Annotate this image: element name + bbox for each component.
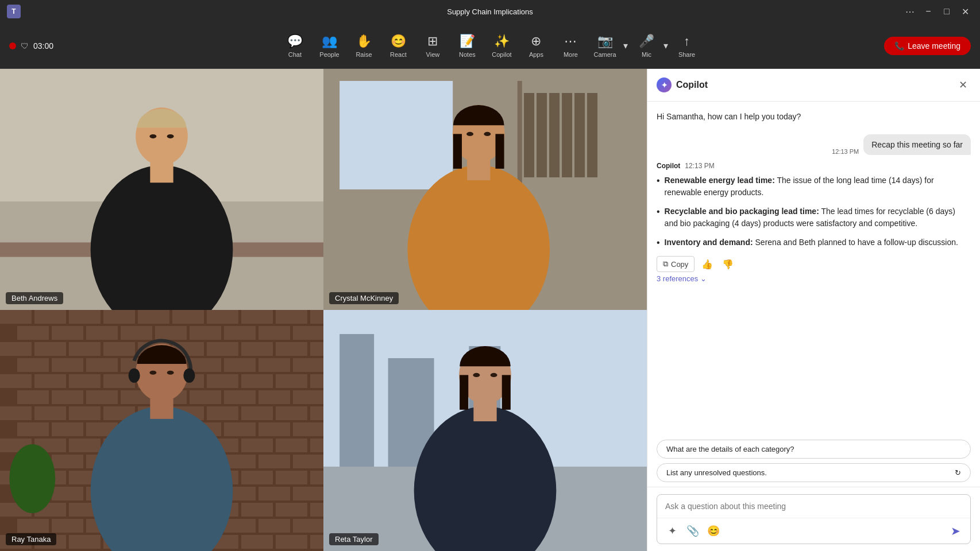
copy-label: Copy [671,260,688,269]
mic-button[interactable]: 🎤 Mic [632,30,661,61]
toolbar-view[interactable]: ⊞ View [416,30,449,61]
camera-dropdown-arrow[interactable]: ▾ [621,37,630,55]
mic-split-btn: 🎤 Mic ▾ [632,30,670,61]
chat-label: Chat [288,51,302,58]
copilot-panel-title: Copilot [676,80,708,90]
window-controls: ⋯ − □ ✕ [902,3,973,20]
copilot-input-area: ✦ 📎 😊 ➤ [647,487,980,551]
title-bar: T Supply Chain Implications ⋯ − □ ✕ [0,0,980,23]
video-feed-reta [323,310,647,551]
copilot-header-left: ✦ Copilot [657,77,708,92]
prompt-chip-2[interactable]: List any unresolved questions. ↻ [657,463,971,482]
leave-meeting-button[interactable]: 📞 Leave meeting [884,37,971,55]
copilot-header: ✦ Copilot ✕ [647,69,980,102]
more-label: More [564,51,578,58]
toolbar: 🛡 03:00 💬 Chat 👥 People ✋ Raise 😊 React … [0,23,980,69]
minimize-button[interactable]: − [920,3,936,20]
raise-label: Raise [356,51,372,58]
video-grid: Beth Andrews Crystal McKinney Ray Tanaka… [0,69,647,551]
response-time: 12:13 PM [685,162,714,170]
copilot-panel: ✦ Copilot ✕ Hi Samantha, how can I help … [647,69,980,551]
suggested-prompts: What are the details of each category? L… [647,435,980,487]
point-3-title: Inventory and demand: [665,238,753,247]
toolbar-more[interactable]: ⋯ More [554,30,587,61]
mic-icon: 🎤 [639,34,654,49]
prompt-1-text: What are the details of each category? [666,445,794,453]
prompt-2-text: List any unresolved questions. [666,468,767,477]
share-split-btn: ↑ Share [673,30,701,61]
name-tag-reta: Reta Taylor [329,533,379,545]
response-list: Renewable energy lead time: The issue of… [657,174,971,249]
shield-icon: 🛡 [21,41,29,51]
people-icon: 👥 [322,34,337,49]
window-title: Supply Chain Implications [447,7,533,16]
toolbar-people[interactable]: 👥 People [313,30,345,61]
record-indicator [9,42,16,49]
thumbup-button[interactable]: 👍 [699,256,715,272]
attach-button[interactable]: 📎 [684,522,702,540]
leave-label: Leave meeting [908,41,960,51]
camera-label: Camera [593,51,616,58]
mic-label: Mic [642,51,651,58]
view-label: View [426,51,440,58]
copilot-close-button[interactable]: ✕ [955,77,971,93]
leave-phone-icon: 📞 [894,41,904,51]
more-icon: ⋯ [564,34,577,49]
response-point-3: Inventory and demand: Serena and Beth pl… [657,236,971,249]
references-count: 3 references [657,274,698,283]
user-message-time: 12:13 PM [832,148,859,155]
toolbar-left: 🛡 03:00 [9,41,53,51]
user-message-container: 12:13 PM Recap this meeting so far [657,134,971,155]
main-area: Beth Andrews Crystal McKinney Ray Tanaka… [0,69,980,551]
copilot-response: Copilot 12:13 PM Renewable energy lead t… [657,162,971,283]
send-button[interactable]: ➤ [946,522,964,540]
toolbar-apps[interactable]: ⊕ Apps [520,30,552,61]
response-actions: ⧉ Copy 👍 👎 [657,256,971,272]
toolbar-notes[interactable]: 📝 Notes [451,30,483,61]
copy-icon: ⧉ [663,259,668,269]
copilot-input[interactable] [657,495,970,518]
video-cell-beth: Beth Andrews [0,69,323,310]
video-feed-crystal [323,69,647,310]
toolbar-chat[interactable]: 💬 Chat [279,30,311,61]
people-label: People [319,51,339,58]
response-point-2: Recyclable and bio packaging lead time: … [657,205,971,230]
mic-dropdown-arrow[interactable]: ▾ [661,37,670,55]
more-options-button[interactable]: ⋯ [902,3,918,20]
input-wrapper: ✦ 📎 😊 ➤ [657,494,971,544]
react-label: React [390,51,407,58]
camera-button[interactable]: 📷 Camera [589,30,620,61]
share-button[interactable]: ↑ Share [673,30,701,61]
input-left-actions: ✦ 📎 😊 [663,522,723,540]
chat-icon: 💬 [287,34,303,49]
point-1-title: Renewable energy lead time: [665,176,775,185]
video-feed-ray [0,310,323,551]
toolbar-react[interactable]: 😊 React [382,30,414,61]
camera-split-btn: 📷 Camera ▾ [589,30,630,61]
restore-button[interactable]: □ [939,3,955,20]
emoji-button[interactable]: 😊 [704,522,723,540]
teams-logo: T [7,5,21,18]
user-message-bubble: Recap this meeting so far [863,134,971,155]
point-2-title: Recyclable and bio packaging lead time: [665,207,819,216]
close-button[interactable]: ✕ [957,3,973,20]
video-feed-beth [0,69,323,310]
video-cell-crystal: Crystal McKinney [323,69,647,310]
sparkle-button[interactable]: ✦ [663,522,681,540]
name-tag-beth: Beth Andrews [6,292,63,304]
toolbar-copilot[interactable]: ✨ Copilot [485,30,518,61]
meeting-timer: 03:00 [33,41,53,51]
response-sender: Copilot [657,162,680,170]
response-header: Copilot 12:13 PM [657,162,971,170]
references-row[interactable]: 3 references ⌄ [657,274,971,283]
title-bar-left: T [7,5,21,18]
toolbar-raise[interactable]: ✋ Raise [348,30,380,61]
copy-button[interactable]: ⧉ Copy [657,256,695,272]
point-3-body: Serena and Beth planned to have a follow… [755,238,958,247]
greeting-text: Hi Samantha, how can I help you today? [657,112,801,121]
prompt-chip-1[interactable]: What are the details of each category? [657,440,971,459]
response-content: Renewable energy lead time: The issue of… [657,174,971,249]
copilot-icon: ✨ [494,34,510,49]
thumbdown-button[interactable]: 👎 [720,256,736,272]
view-icon: ⊞ [427,34,438,49]
